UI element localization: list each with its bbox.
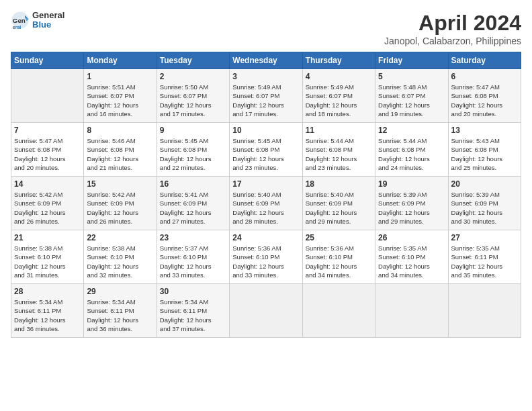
calendar-week-row: 1Sunrise: 5:51 AM Sunset: 6:07 PM Daylig… [11, 69, 521, 123]
day-number: 13 [451, 126, 518, 135]
day-number: 24 [232, 233, 299, 242]
day-number: 5 [378, 72, 445, 81]
day-number: 23 [160, 233, 226, 242]
day-info: Sunrise: 5:35 AM Sunset: 6:11 PM Dayligh… [451, 244, 518, 279]
calendar-day-cell: 3Sunrise: 5:49 AM Sunset: 6:07 PM Daylig… [230, 69, 302, 123]
calendar-day-cell [302, 284, 375, 338]
day-of-week-header: Monday [84, 52, 157, 69]
day-number: 15 [87, 179, 153, 189]
day-number: 12 [378, 126, 445, 135]
calendar-day-cell: 25Sunrise: 5:36 AM Sunset: 6:10 PM Dayli… [302, 230, 375, 284]
calendar-day-cell: 11Sunrise: 5:44 AM Sunset: 6:08 PM Dayli… [302, 123, 375, 177]
day-info: Sunrise: 5:38 AM Sunset: 6:10 PM Dayligh… [87, 244, 153, 279]
calendar-day-cell: 10Sunrise: 5:45 AM Sunset: 6:08 PM Dayli… [230, 123, 302, 177]
calendar-day-cell: 22Sunrise: 5:38 AM Sunset: 6:10 PM Dayli… [84, 230, 157, 284]
day-info: Sunrise: 5:34 AM Sunset: 6:11 PM Dayligh… [14, 298, 81, 333]
calendar-day-cell: 4Sunrise: 5:49 AM Sunset: 6:07 PM Daylig… [302, 69, 375, 123]
day-of-week-header: Friday [375, 52, 448, 69]
day-number: 30 [160, 287, 226, 296]
svg-text:eral: eral [13, 25, 21, 30]
header: Gen eral General Blue April 2024 Janopol… [11, 11, 521, 46]
calendar-day-cell: 14Sunrise: 5:42 AM Sunset: 6:09 PM Dayli… [11, 177, 84, 230]
calendar-day-cell: 7Sunrise: 5:47 AM Sunset: 6:08 PM Daylig… [11, 123, 84, 177]
day-number: 19 [378, 179, 445, 189]
day-info: Sunrise: 5:45 AM Sunset: 6:08 PM Dayligh… [232, 136, 299, 172]
day-of-week-header: Saturday [448, 52, 521, 69]
day-number: 25 [306, 233, 372, 242]
day-number: 1 [87, 72, 153, 81]
calendar-day-cell: 6Sunrise: 5:47 AM Sunset: 6:08 PM Daylig… [448, 69, 521, 123]
day-info: Sunrise: 5:44 AM Sunset: 6:08 PM Dayligh… [306, 136, 372, 172]
day-number: 17 [232, 179, 299, 189]
day-info: Sunrise: 5:48 AM Sunset: 6:07 PM Dayligh… [378, 83, 445, 118]
calendar-week-row: 7Sunrise: 5:47 AM Sunset: 6:08 PM Daylig… [11, 123, 521, 177]
day-of-week-header: Tuesday [157, 52, 229, 69]
day-of-week-header: Wednesday [230, 52, 302, 69]
calendar-day-cell: 1Sunrise: 5:51 AM Sunset: 6:07 PM Daylig… [84, 69, 157, 123]
day-number: 2 [160, 72, 226, 81]
day-info: Sunrise: 5:49 AM Sunset: 6:07 PM Dayligh… [306, 83, 372, 118]
day-number: 26 [378, 233, 445, 242]
day-info: Sunrise: 5:51 AM Sunset: 6:07 PM Dayligh… [87, 83, 153, 118]
day-number: 8 [87, 126, 153, 135]
calendar-day-cell: 28Sunrise: 5:34 AM Sunset: 6:11 PM Dayli… [11, 284, 84, 338]
day-number: 16 [160, 179, 226, 189]
day-number: 21 [14, 233, 81, 242]
day-number: 11 [306, 126, 372, 135]
day-info: Sunrise: 5:42 AM Sunset: 6:09 PM Dayligh… [87, 190, 153, 226]
day-number: 10 [232, 126, 299, 135]
day-info: Sunrise: 5:36 AM Sunset: 6:10 PM Dayligh… [306, 244, 372, 279]
calendar-week-row: 21Sunrise: 5:38 AM Sunset: 6:10 PM Dayli… [11, 230, 521, 284]
calendar-day-cell: 19Sunrise: 5:39 AM Sunset: 6:09 PM Dayli… [375, 177, 448, 230]
calendar-day-cell: 2Sunrise: 5:50 AM Sunset: 6:07 PM Daylig… [157, 69, 229, 123]
day-number: 3 [232, 72, 299, 81]
calendar-header-row: SundayMondayTuesdayWednesdayThursdayFrid… [11, 52, 521, 69]
calendar-day-cell: 20Sunrise: 5:39 AM Sunset: 6:09 PM Dayli… [448, 177, 521, 230]
calendar-day-cell [230, 284, 302, 338]
day-info: Sunrise: 5:39 AM Sunset: 6:09 PM Dayligh… [378, 190, 445, 226]
day-number: 28 [14, 287, 81, 296]
calendar-day-cell: 27Sunrise: 5:35 AM Sunset: 6:11 PM Dayli… [448, 230, 521, 284]
day-info: Sunrise: 5:45 AM Sunset: 6:08 PM Dayligh… [160, 136, 226, 172]
calendar-day-cell [375, 284, 448, 338]
calendar-day-cell: 8Sunrise: 5:46 AM Sunset: 6:08 PM Daylig… [84, 123, 157, 177]
calendar-week-row: 28Sunrise: 5:34 AM Sunset: 6:11 PM Dayli… [11, 284, 521, 338]
calendar-day-cell: 17Sunrise: 5:40 AM Sunset: 6:09 PM Dayli… [230, 177, 302, 230]
svg-text:Gen: Gen [13, 17, 26, 24]
day-info: Sunrise: 5:49 AM Sunset: 6:07 PM Dayligh… [232, 83, 299, 118]
day-info: Sunrise: 5:35 AM Sunset: 6:10 PM Dayligh… [378, 244, 445, 279]
day-info: Sunrise: 5:43 AM Sunset: 6:08 PM Dayligh… [451, 136, 518, 172]
day-info: Sunrise: 5:50 AM Sunset: 6:07 PM Dayligh… [160, 83, 226, 118]
day-info: Sunrise: 5:47 AM Sunset: 6:08 PM Dayligh… [14, 136, 81, 172]
calendar-day-cell: 9Sunrise: 5:45 AM Sunset: 6:08 PM Daylig… [157, 123, 229, 177]
calendar-table: SundayMondayTuesdayWednesdayThursdayFrid… [11, 52, 521, 338]
day-info: Sunrise: 5:41 AM Sunset: 6:09 PM Dayligh… [160, 190, 226, 226]
logo-general-text: General Blue [32, 11, 64, 30]
day-info: Sunrise: 5:39 AM Sunset: 6:09 PM Dayligh… [451, 190, 518, 226]
day-number: 27 [451, 233, 518, 242]
calendar-day-cell: 12Sunrise: 5:44 AM Sunset: 6:08 PM Dayli… [375, 123, 448, 177]
title-area: April 2024 Janopol, Calabarzon, Philippi… [384, 11, 521, 46]
day-info: Sunrise: 5:44 AM Sunset: 6:08 PM Dayligh… [378, 136, 445, 172]
day-number: 29 [87, 287, 153, 296]
day-info: Sunrise: 5:46 AM Sunset: 6:08 PM Dayligh… [87, 136, 153, 172]
day-number: 18 [306, 179, 372, 189]
calendar-day-cell: 23Sunrise: 5:37 AM Sunset: 6:10 PM Dayli… [157, 230, 229, 284]
calendar-day-cell: 24Sunrise: 5:36 AM Sunset: 6:10 PM Dayli… [230, 230, 302, 284]
logo-icon: Gen eral [11, 11, 30, 30]
day-info: Sunrise: 5:34 AM Sunset: 6:11 PM Dayligh… [160, 298, 226, 333]
calendar-day-cell: 26Sunrise: 5:35 AM Sunset: 6:10 PM Dayli… [375, 230, 448, 284]
location-title: Janopol, Calabarzon, Philippines [384, 36, 521, 46]
day-number: 7 [14, 126, 81, 135]
calendar-week-row: 14Sunrise: 5:42 AM Sunset: 6:09 PM Dayli… [11, 177, 521, 230]
calendar-day-cell: 30Sunrise: 5:34 AM Sunset: 6:11 PM Dayli… [157, 284, 229, 338]
day-of-week-header: Sunday [11, 52, 84, 69]
logo: Gen eral General Blue [11, 11, 64, 30]
calendar-day-cell [11, 69, 84, 123]
day-number: 22 [87, 233, 153, 242]
day-info: Sunrise: 5:34 AM Sunset: 6:11 PM Dayligh… [87, 298, 153, 333]
day-info: Sunrise: 5:40 AM Sunset: 6:09 PM Dayligh… [306, 190, 372, 226]
day-number: 20 [451, 179, 518, 189]
day-info: Sunrise: 5:37 AM Sunset: 6:10 PM Dayligh… [160, 244, 226, 279]
day-info: Sunrise: 5:40 AM Sunset: 6:09 PM Dayligh… [232, 190, 299, 226]
